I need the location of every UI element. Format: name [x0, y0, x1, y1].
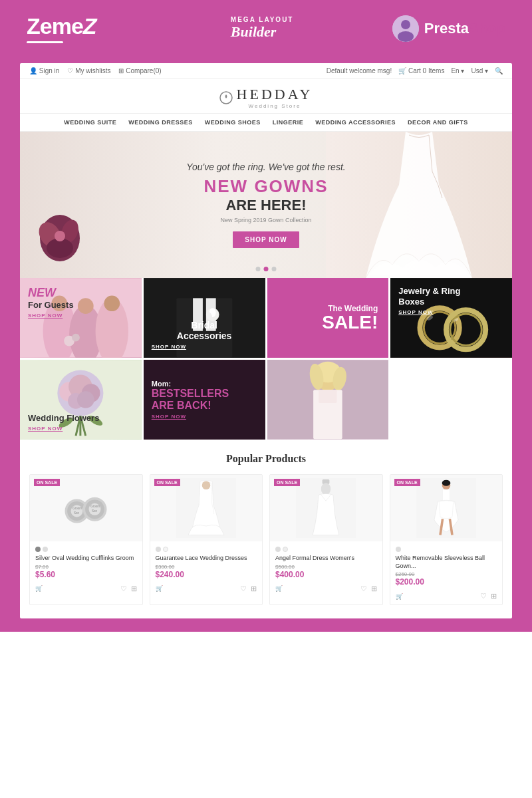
- popular-products-section: Popular Products ON SALE Groom Son: [20, 440, 512, 618]
- category-jewelry-rings[interactable]: Jewelry & RingBoxes SHOP NOW: [390, 278, 512, 358]
- mega-grid-icon: [195, 14, 224, 43]
- hero-content: You've got the ring. We've got the rest.…: [173, 148, 358, 261]
- wishlist-icon-4[interactable]: ♡: [480, 592, 487, 600]
- compare-link[interactable]: ⊞ Compare(0): [118, 67, 161, 74]
- top-banner: ZemeZ MEGA LAYOUT Builder P: [0, 0, 532, 57]
- product-name-1: Silver Oval Wedding Cufflinks Groom: [35, 555, 137, 563]
- popular-products-title: Popular Products: [29, 453, 503, 465]
- product-price-2: $240.00: [156, 570, 257, 579]
- color-swatch[interactable]: [283, 547, 288, 552]
- currency-selector[interactable]: Usd ▾: [471, 67, 488, 74]
- hero-subtitle: New Spring 2019 Gown Collection: [186, 217, 345, 223]
- svg-rect-58: [319, 390, 337, 403]
- store-logo-icon: [219, 91, 233, 104]
- product-price-old-2: $300.00: [156, 564, 257, 570]
- svg-point-74: [321, 483, 331, 495]
- welcome-msg: Default welcome msg!: [327, 67, 392, 74]
- cat-bridal-shop-now[interactable]: SHOP NOW: [152, 344, 257, 350]
- hero-tagline: You've got the ring. We've got the rest.: [186, 162, 345, 172]
- compare-icon-2[interactable]: ⊞: [251, 585, 257, 593]
- product-card-1: ON SALE Groom Son: [29, 474, 143, 605]
- store-nav: WEDDING SUITE WEDDING DRESSES WEDDING SH…: [20, 114, 512, 132]
- category-bridal-accessories[interactable]: BridalAccessories SHOP NOW: [144, 278, 265, 358]
- cat7-background: [267, 360, 389, 440]
- hero-shop-now-button[interactable]: SHOP NOW: [233, 231, 299, 248]
- add-to-cart-3[interactable]: 🛒: [275, 585, 283, 592]
- product-badge-3: ON SALE: [274, 479, 300, 486]
- cat-bs-shop-now[interactable]: SHOP NOW: [152, 414, 257, 420]
- cat-jewelry-label: Jewelry & RingBoxes: [398, 286, 504, 307]
- svg-point-8: [401, 20, 410, 29]
- svg-text:Groom: Groom: [72, 507, 82, 510]
- products-grid: ON SALE Groom Son: [29, 474, 503, 605]
- store-header: HEDDAY Wedding Store: [20, 79, 512, 114]
- language-selector[interactable]: En ▾: [451, 67, 464, 74]
- color-swatch[interactable]: [156, 547, 161, 552]
- shop-text: Shop: [469, 20, 505, 37]
- cat-bs-label1: Mom:: [152, 380, 257, 388]
- product-badge-2: ON SALE: [154, 479, 180, 486]
- mega-layout-logo: MEGA LAYOUT Builder: [195, 14, 294, 43]
- nav-lingerie[interactable]: LINGERIE: [273, 119, 304, 126]
- hero-dot-3[interactable]: [272, 267, 277, 271]
- cart-link[interactable]: 🛒 Cart 0 Items: [398, 67, 444, 74]
- compare-icon-3[interactable]: ⊞: [371, 585, 377, 593]
- wishlist-icon-2[interactable]: ♡: [240, 585, 247, 593]
- svg-point-9: [398, 31, 414, 42]
- store-wrapper: 👤 Sign in ♡ My wishlists ⊞ Compare(0) De…: [0, 57, 532, 632]
- nav-decor-gifts[interactable]: DECOR AND GIFTS: [408, 119, 468, 126]
- product-price-old-4: $250.00: [396, 571, 497, 577]
- wishlist-link[interactable]: ♡ My wishlists: [67, 67, 110, 74]
- category-bestsellers[interactable]: Mom: BESTSELLERSARE BACK! SHOP NOW: [144, 360, 265, 440]
- product-badge-4: ON SALE: [394, 479, 420, 486]
- prestashop-logo: PrestaShop: [392, 15, 505, 42]
- add-to-cart-2[interactable]: 🛒: [156, 585, 163, 592]
- color-swatch[interactable]: [275, 547, 281, 552]
- svg-point-15: [55, 231, 65, 241]
- category-grid: NEW For Guests SHOP NOW: [20, 278, 512, 440]
- category-wedding-flowers[interactable]: Wedding Flowers SHOP NOW: [20, 360, 142, 440]
- category-new-guests[interactable]: NEW For Guests SHOP NOW: [20, 278, 142, 358]
- nav-wedding-accessories[interactable]: WEDDING ACCESSORIES: [315, 119, 396, 126]
- sign-in-link[interactable]: 👤 Sign in: [29, 67, 59, 74]
- hero-title2: ARE HERE!: [186, 197, 345, 214]
- nav-wedding-suite[interactable]: WEDDING SUITE: [64, 119, 116, 126]
- cat-flowers-shop-now[interactable]: SHOP NOW: [28, 426, 134, 432]
- cat-flowers-label: Wedding Flowers: [28, 413, 134, 423]
- color-swatch[interactable]: [43, 547, 48, 552]
- store-logo: HEDDAY Wedding Store: [237, 86, 313, 109]
- product-price-1: $5.60: [35, 570, 137, 579]
- svg-rect-6: [217, 37, 223, 42]
- search-icon[interactable]: 🔍: [495, 67, 503, 74]
- category-wedding-sale[interactable]: The Wedding SALE!: [267, 278, 389, 358]
- cat-guests-shop-now[interactable]: SHOP NOW: [28, 313, 134, 319]
- hero-dots: [256, 267, 277, 271]
- hero-dot-2[interactable]: [264, 267, 269, 271]
- product-price-4: $200.00: [396, 577, 497, 587]
- hero-slider: You've got the ring. We've got the rest.…: [20, 132, 512, 278]
- svg-rect-2: [196, 30, 208, 42]
- wishlist-icon-1[interactable]: ♡: [120, 585, 127, 593]
- nav-wedding-shoes[interactable]: WEDDING SHOES: [205, 119, 261, 126]
- cat-jewelry-shop-now[interactable]: SHOP NOW: [398, 309, 504, 315]
- color-swatch[interactable]: [163, 547, 168, 552]
- add-to-cart-1[interactable]: 🛒: [35, 585, 43, 592]
- add-to-cart-4[interactable]: 🛒: [396, 593, 403, 600]
- compare-icon-4[interactable]: ⊞: [491, 592, 497, 600]
- hero-title1: NEW GOWNS: [186, 176, 345, 197]
- category-model[interactable]: [267, 360, 389, 440]
- nav-wedding-dresses[interactable]: WEDDING DRESSES: [128, 119, 193, 126]
- svg-rect-3: [211, 30, 216, 35]
- color-swatch[interactable]: [35, 547, 41, 552]
- hero-dot-1[interactable]: [256, 267, 261, 271]
- svg-text:Son: Son: [92, 509, 98, 513]
- cat-bridal-label: BridalAccessories: [152, 320, 257, 341]
- svg-point-77: [442, 480, 450, 486]
- svg-text:Groom: Groom: [90, 505, 100, 508]
- cat-guests-label: For Guests: [28, 300, 134, 310]
- compare-icon-1[interactable]: ⊞: [131, 585, 137, 593]
- presta-text: Presta: [424, 20, 469, 37]
- color-swatch[interactable]: [396, 547, 401, 552]
- svg-rect-4: [217, 30, 223, 35]
- wishlist-icon-3[interactable]: ♡: [360, 585, 367, 593]
